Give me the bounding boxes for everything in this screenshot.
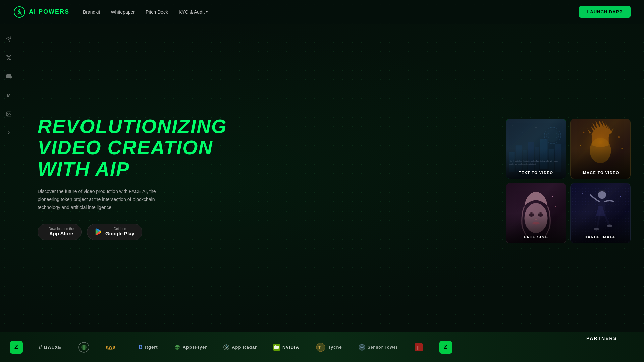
svg-text:T: T bbox=[318, 345, 321, 350]
discord-icon[interactable] bbox=[4, 72, 13, 81]
app-store-button[interactable]: Download on the App Store bbox=[38, 224, 82, 240]
partner-3 bbox=[78, 341, 90, 353]
z-box-2-icon: Z bbox=[439, 341, 452, 354]
hero-section: REVOLUTIONIZING VIDEO CREATION WITH AiP … bbox=[17, 116, 252, 241]
svg-point-0 bbox=[14, 7, 25, 17]
partner-bitgert: B itgert bbox=[139, 344, 158, 350]
partner-t: T bbox=[414, 343, 423, 352]
partners-label: PARTNERS bbox=[586, 336, 617, 341]
hero-description: Discover the future of video production … bbox=[38, 188, 178, 212]
nav-links: Brandkit Whitepaper Pitch Deck KYC & Aud… bbox=[83, 9, 208, 15]
google-play-icon bbox=[95, 228, 102, 236]
svg-point-49 bbox=[226, 347, 227, 348]
svg-point-55 bbox=[361, 347, 363, 348]
z-box-icon: Z bbox=[10, 341, 23, 354]
google-play-button[interactable]: Get it on Google Play bbox=[87, 224, 142, 240]
main-content: REVOLUTIONIZING VIDEO CREATION WITH AiP … bbox=[17, 24, 644, 332]
partner-sensor-tower: Sensor Tower bbox=[358, 344, 398, 351]
partner-aws: aws bbox=[106, 342, 123, 352]
partner-tyche: T Tyche bbox=[315, 342, 342, 353]
svg-point-2 bbox=[19, 12, 20, 13]
partner-app-radar: App Radar bbox=[223, 344, 257, 351]
partner-appsflyer: AppsFlyer bbox=[174, 344, 207, 351]
partners-logos: Z // GALXE aws B itgert bbox=[0, 341, 462, 354]
partner-zebra1: Z bbox=[10, 341, 23, 354]
logo-icon bbox=[13, 6, 25, 18]
partner-nvidia: NVIDIA bbox=[273, 344, 299, 351]
partner-galxe: // GALXE bbox=[39, 344, 62, 350]
hero-title: REVOLUTIONIZING VIDEO CREATION WITH AiP bbox=[38, 116, 232, 180]
chevron-down-icon: ▾ bbox=[206, 10, 208, 14]
medium-icon[interactable]: M bbox=[4, 90, 13, 100]
navbar-left: AI POWERS Brandkit Whitepaper Pitch Deck… bbox=[13, 6, 208, 18]
logo-text: AI POWERS bbox=[29, 8, 69, 15]
image-gallery-icon[interactable] bbox=[4, 109, 13, 119]
navbar: AI POWERS Brandkit Whitepaper Pitch Deck… bbox=[0, 0, 644, 24]
nav-pitchdeck[interactable]: Pitch Deck bbox=[146, 9, 168, 15]
partner-zebra2: Z bbox=[439, 341, 452, 354]
logo[interactable]: AI POWERS bbox=[13, 6, 69, 18]
partners-bar: PARTNERS Z // GALXE aws B bbox=[0, 332, 644, 362]
svg-text:aws: aws bbox=[106, 345, 115, 350]
nav-whitepaper[interactable]: Whitepaper bbox=[111, 9, 135, 15]
nav-kyc-audit[interactable]: KYC & Audit ▾ bbox=[179, 9, 208, 15]
arrow-right-icon[interactable] bbox=[4, 128, 13, 137]
twitter-x-icon[interactable] bbox=[4, 53, 13, 62]
send-icon[interactable] bbox=[4, 34, 13, 44]
svg-text:T: T bbox=[416, 345, 420, 351]
store-buttons: Download on the App Store Get it on Goog… bbox=[38, 224, 232, 240]
svg-point-4 bbox=[7, 113, 8, 113]
nav-brandkit[interactable]: Brandkit bbox=[83, 9, 100, 15]
launch-dapp-button[interactable]: LAUNCH DAPP bbox=[579, 6, 631, 18]
sidebar: M bbox=[0, 24, 17, 362]
